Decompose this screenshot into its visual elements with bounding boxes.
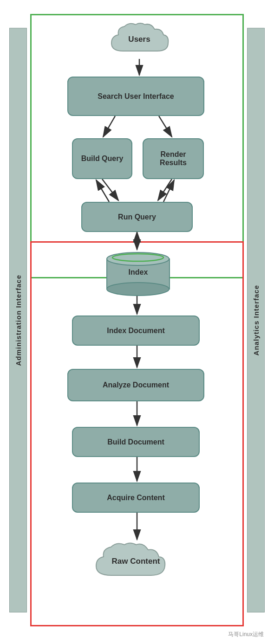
watermark: 马哥Linux运维 [228,631,264,638]
admin-interface-label: Administration Interface [14,275,22,366]
users-label: Users [128,35,150,44]
acquire-content-label: Acquire Content [107,494,164,502]
search-ui-node: Search User Interface [67,77,204,116]
index-node: Index [104,251,172,296]
search-ui-label: Search User Interface [98,92,174,101]
analyze-document-node: Analyze Document [67,369,204,401]
index-label: Index [104,268,172,277]
analytics-interface-label: Analytics Interface [252,285,260,355]
raw-content-node: Raw Content [91,541,181,582]
run-query-node: Run Query [81,202,193,232]
build-query-node: Build Query [72,138,132,179]
run-query-label: Run Query [118,213,156,221]
admin-interface-sidebar: Administration Interface [9,28,27,612]
build-query-label: Build Query [81,155,124,163]
render-results-label: Render Results [151,150,196,167]
users-node: Users [107,21,172,58]
build-document-node: Build Document [72,427,200,457]
index-document-label: Index Document [107,327,164,335]
svg-point-16 [107,283,169,296]
build-document-label: Build Document [107,438,164,446]
diagram-container: Administration Interface Analytics Inter… [0,0,274,644]
acquire-content-node: Acquire Content [72,483,200,513]
index-document-node: Index Document [72,316,200,346]
analyze-document-label: Analyze Document [103,381,169,389]
render-results-node: Render Results [143,138,204,179]
raw-content-label: Raw Content [112,557,160,566]
analytics-interface-sidebar: Analytics Interface [247,28,265,612]
